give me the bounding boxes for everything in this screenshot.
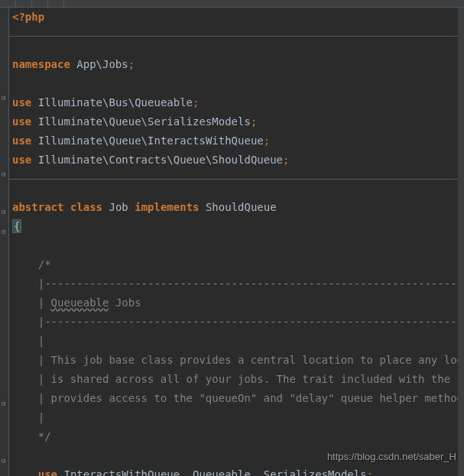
comment: |---------------------------------------… [38,316,464,328]
fold-marker-icon[interactable]: ⊟ [2,208,8,214]
keyword: namespace [12,58,70,70]
separator-line [9,36,464,37]
trait-name: Queueable [193,468,251,476]
comment: | is shared across all of your jobs. The… [38,373,464,385]
comment: */ [38,430,51,442]
code-editor[interactable]: <?php namespace App\Jobs; use Illuminate… [9,8,464,476]
keyword: use [38,468,57,476]
brace-open: { [12,219,21,233]
semicolon: ; [367,468,373,476]
comment: | This job base class provides a central… [38,354,464,366]
editor-tab[interactable] [32,0,48,7]
comma: , [180,468,186,476]
class-name: Job [109,201,128,213]
use-statement: Illuminate\Queue\SerializesModels [38,115,251,128]
keyword: use [12,115,31,128]
comment: /* [38,258,51,270]
use-statement: Illuminate\Queue\InteractsWithQueue [38,134,264,147]
comment: | Queueable Jobs [38,296,141,309]
semicolon: ; [264,134,270,147]
interface-name: ShouldQueue [206,201,277,213]
trait-name: SerializesModels [264,468,367,476]
keyword: use [12,154,31,166]
editor-tab[interactable] [48,0,64,7]
fold-marker-icon[interactable]: ⊟ [2,228,8,234]
watermark: https://blog.csdn.net/saber_H [327,451,456,462]
keyword: implements [135,201,199,213]
fold-marker-icon[interactable]: ⊟ [2,94,8,100]
editor-container: ⊟ ⊟ ⊟ ⊟ ⊟ ⊟ <?php namespace App\Jobs; us… [0,8,464,476]
keyword: abstract [12,201,63,213]
use-statement: Illuminate\Contracts\Queue\ShouldQueue [38,154,283,166]
keyword: use [12,96,31,108]
comment: | provides access to the "queueOn" and "… [38,392,464,404]
semicolon: ; [193,96,199,108]
fold-marker-icon[interactable]: ⊟ [2,170,8,176]
fold-marker-icon[interactable]: ⊟ [2,457,8,463]
comment: |---------------------------------------… [38,277,464,290]
use-statement: Illuminate\Bus\Queueable [38,96,193,108]
comma: , [251,468,257,476]
trait-name: InteractsWithQueue [63,468,180,476]
keyword: class [70,201,102,213]
semicolon: ; [251,115,257,128]
editor-tab[interactable] [16,0,32,7]
semicolon: ; [128,58,135,70]
gutter: ⊟ ⊟ ⊟ ⊟ ⊟ ⊟ [0,8,9,476]
semicolon: ; [283,154,289,166]
separator-line [9,179,464,180]
comment: | [38,335,44,347]
editor-tab[interactable] [0,0,16,7]
keyword: use [12,134,31,147]
editor-tabs [0,0,464,8]
namespace-name: App\Jobs [76,58,128,70]
php-open-tag: <?php [12,11,44,23]
comment: | [38,411,44,423]
scrollbar[interactable] [458,8,464,476]
fold-marker-icon[interactable]: ⊟ [2,400,8,406]
